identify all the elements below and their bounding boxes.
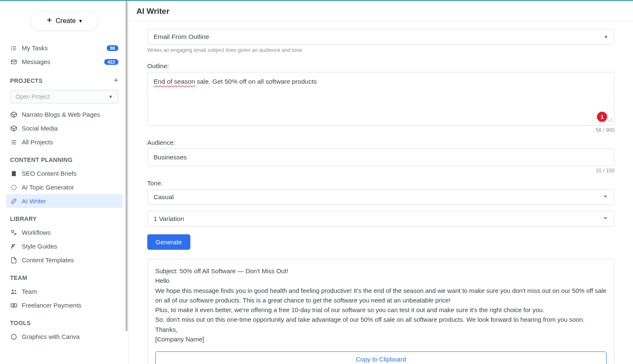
svg-rect-22	[11, 304, 16, 307]
caret-down-icon: ▼	[604, 34, 608, 39]
section-title: TOOLS	[10, 320, 31, 326]
audience-label: Audience:	[147, 139, 615, 146]
svg-line-11	[11, 127, 14, 129]
nav-my-tasks[interactable]: My Tasks 98	[6, 41, 123, 55]
sidebar-item-seo-briefs[interactable]: SEO Content Briefs	[6, 167, 123, 180]
nav-label: Style Guides	[22, 243, 118, 250]
outline-label: Outline:	[147, 62, 615, 69]
mail-icon	[10, 59, 18, 65]
users-icon	[10, 288, 18, 295]
output-text: Subject: 50% off All Software — Don't Mi…	[155, 266, 607, 344]
caret-down-icon: ▼	[108, 94, 113, 99]
add-project-icon[interactable]: +	[114, 76, 118, 85]
nav-label: Workflows	[22, 229, 118, 236]
caret-down-icon: ▼	[78, 18, 83, 23]
section-title: TEAM	[10, 274, 27, 281]
nav-label: Team	[22, 288, 118, 295]
outline-char-count: 56 / 900	[147, 127, 615, 133]
svg-line-7	[11, 113, 14, 115]
notification-count: 1	[600, 114, 603, 120]
copy-to-clipboard-button[interactable]: Copy to Clipboard	[155, 351, 607, 364]
outline-rest-text: sale. Get 50% off on all software produc…	[195, 78, 317, 85]
section-title: CONTENT PLANNING	[10, 156, 72, 163]
notification-badge[interactable]: 1	[597, 112, 607, 122]
badge-count: 422	[104, 59, 118, 65]
document-icon	[10, 170, 18, 177]
nav-label: Content Templates	[22, 256, 118, 264]
plus-icon	[46, 16, 53, 26]
page-title: AI Writer	[136, 7, 625, 16]
create-label: Create	[56, 17, 76, 25]
sidebar-item-workflows[interactable]: Workflows	[6, 226, 123, 239]
section-content-planning: CONTENT PLANNING	[6, 149, 123, 167]
nav-label: AI Writer	[22, 197, 118, 205]
tone-select-value: Casual	[154, 193, 174, 201]
section-library: LIBRARY	[6, 208, 123, 226]
font-icon	[10, 243, 18, 250]
list-icon	[10, 139, 18, 146]
svg-point-19	[14, 233, 16, 235]
content-area: Email From Outline ▼ Writes an engaging …	[129, 21, 633, 364]
tone-label: Tone:	[147, 179, 615, 187]
sparkle-icon	[10, 184, 18, 191]
tone-select[interactable]: Casual	[147, 189, 615, 205]
sidebar-item-style-guides[interactable]: Style Guides	[6, 239, 123, 253]
main-panel: AI Writer Email From Outline ▼ Writes an…	[129, 1, 633, 364]
generate-button[interactable]: Generate	[147, 234, 190, 250]
chevron-down-icon	[602, 193, 608, 201]
magic-wand-icon	[10, 198, 18, 205]
resize-handle-icon[interactable]	[608, 115, 612, 124]
nav-label: Social Media	[22, 125, 118, 132]
sidebar-item-ai-writer[interactable]: AI Writer	[6, 194, 123, 208]
output-box: Subject: 50% off All Software — Don't Mi…	[147, 259, 615, 364]
nav-label: AI Topic Generator	[22, 184, 118, 191]
sidebar-item-team[interactable]: Team	[6, 285, 123, 298]
list-check-icon	[10, 45, 18, 51]
cube-icon	[10, 125, 18, 132]
section-title: LIBRARY	[10, 215, 37, 222]
svg-line-12	[14, 127, 17, 129]
svg-rect-17	[12, 171, 15, 176]
template-select-value: Email From Outline	[154, 33, 209, 41]
chevron-down-icon	[602, 215, 608, 223]
main-header: AI Writer	[129, 1, 633, 21]
sidebar-item-topic-generator[interactable]: AI Topic Generator	[6, 180, 123, 194]
section-projects: PROJECTS +	[6, 69, 123, 88]
nav-label: Graphics with Canva	[22, 333, 118, 340]
section-team: TEAM	[6, 267, 123, 285]
nav-label: Narrato Blogs & Web Pages	[22, 111, 118, 118]
file-icon	[10, 257, 18, 264]
open-project-select[interactable]: Open Project ▼	[10, 90, 118, 103]
sidebar-item-all-projects[interactable]: All Projects	[6, 135, 123, 149]
sidebar-item-narrato-blogs[interactable]: Narrato Blogs & Web Pages	[6, 108, 123, 121]
audience-input[interactable]	[147, 149, 615, 166]
outline-error-text: End of season	[154, 78, 195, 85]
sidebar-item-content-templates[interactable]: Content Templates	[6, 253, 123, 267]
variation-select[interactable]: 1 Variation	[147, 211, 615, 227]
outline-textarea[interactable]: End of season sale. Get 50% off on all s…	[147, 72, 615, 126]
open-project-placeholder: Open Project	[15, 93, 50, 100]
audience-char-count: 10 / 100	[147, 168, 615, 174]
canva-icon	[10, 333, 18, 340]
nav-label: Messages	[22, 58, 100, 65]
sidebar-item-social-media[interactable]: Social Media	[6, 121, 123, 135]
create-button[interactable]: Create ▼	[30, 11, 98, 31]
cube-icon	[10, 111, 18, 118]
svg-point-24	[11, 334, 16, 339]
sidebar: Create ▼ My Tasks 98 Messages 422 PROJEC…	[0, 1, 129, 364]
sidebar-item-canva[interactable]: Graphics with Canva	[6, 330, 123, 343]
template-select[interactable]: Email From Outline ▼	[147, 29, 615, 45]
template-help-text: Writes an engaging email subject lines g…	[147, 47, 615, 53]
nav-messages[interactable]: Messages 422	[6, 55, 123, 69]
svg-point-18	[12, 230, 14, 232]
section-title: PROJECTS	[10, 77, 43, 84]
svg-point-23	[13, 305, 15, 306]
gears-icon	[10, 229, 18, 236]
nav-label: My Tasks	[22, 44, 103, 51]
nav-label: SEO Content Briefs	[22, 170, 118, 177]
sidebar-scrollbar[interactable]	[126, 1, 128, 364]
svg-point-20	[12, 290, 13, 291]
sidebar-item-freelancer-payments[interactable]: Freelancer Payments	[6, 298, 123, 312]
svg-line-8	[14, 113, 17, 115]
nav-label: All Projects	[22, 138, 118, 146]
